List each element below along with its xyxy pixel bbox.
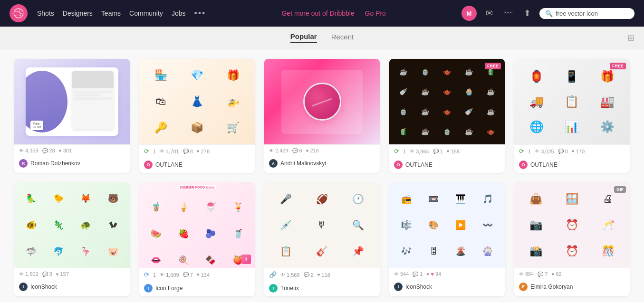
comments-3: 6 xyxy=(299,148,302,153)
search-icon: 🔍 xyxy=(545,10,553,17)
shot-thumb-4: FREE ☕🍵🫖☕🧃 🍼☕🫖🧁☕ 🍵☕🫖🍼☕ 🧃☕🍵☕🫖 xyxy=(389,59,505,144)
shot-card-2[interactable]: 🏪 💎 🎁 🛍 👗 🚁 🔑 📦 🛒 ⟳1 👁4,701 💬8 ♥278 O OU… xyxy=(139,59,255,173)
shot-stats-8: 🔗 👁1,568 💬2 ♥118 xyxy=(264,268,380,281)
shot-author-7[interactable]: I Icon Forge xyxy=(139,281,255,296)
nav-links: Shots Designers Teams Community Jobs ••• xyxy=(37,9,206,19)
shot-card-6[interactable]: 🦜 🐤 🦊 🐻 🐠 🦎 🐢 🐿 🦈 🐬 🦩 🐷 👁1,602 💬3 ♥157 I xyxy=(14,182,130,296)
grid-toggle-icon[interactable]: ⊞ xyxy=(627,33,634,43)
shot-card-9[interactable]: 📻 📼 🎹 🎵 🎼 🎨 ▶️ 〰️ 🎶 🎛 🌋 🎡 👁944 💬1 ♥♥94 I… xyxy=(389,182,505,296)
tabs-bar: Popular Recent ⊞ xyxy=(0,27,644,49)
shot-author-5[interactable]: O OUTLANE xyxy=(514,158,630,173)
shot-thumb-1: FreeUI Kit xyxy=(14,59,130,144)
link-icon-8: 🔗 xyxy=(269,271,277,278)
comments-9: 1 xyxy=(420,271,423,277)
likes-3: 218 xyxy=(310,148,319,153)
shot-stats-4: ⟳1 👁3,864 💬1 ♥188 xyxy=(389,144,505,158)
author-name-7: Icon Forge xyxy=(155,285,183,292)
shot-author-1[interactable]: R Roman Dolzhenkov xyxy=(14,156,130,171)
shot-author-3[interactable]: A Andrii Malinovskyi xyxy=(264,156,380,171)
shot-card-4[interactable]: FREE ☕🍵🫖☕🧃 🍼☕🫖🧁☕ 🍵☕🫖🍼☕ 🧃☕🍵☕🫖 ⟳1 👁3,864 💬… xyxy=(389,59,505,173)
views-3: 2,429 xyxy=(275,148,288,153)
nav-designers[interactable]: Designers xyxy=(63,9,93,17)
upload-icon[interactable]: ⬆ xyxy=(520,8,534,19)
shot-thumb-3 xyxy=(264,59,380,144)
shot-card-5[interactable]: FREE 🏮 📱 🎁 🚚 📋 🏭 🌐 📊 ⚙️ ⟳1 👁3,025 💬0 ♥17… xyxy=(514,59,630,173)
shot-thumb-9: 📻 📼 🎹 🎵 🎼 🎨 ▶️ 〰️ 🎶 🎛 🌋 🎡 xyxy=(389,182,505,268)
nav-community[interactable]: Community xyxy=(129,9,163,17)
views-2: 4,701 xyxy=(166,149,179,154)
shot-card-7[interactable]: SUMMER FOOD Icons 🧋 🍦 🍧 🍹 🍉 🍓 🫐 🥤 👄 🍭 🍫 … xyxy=(139,182,255,296)
shot-card-8[interactable]: 🎤 🏈 🕐 💉 🎙 🔍 📋 🎸 📌 🔗 👁1,568 💬2 ♥118 T Tri… xyxy=(264,182,380,296)
search-input[interactable] xyxy=(556,10,627,17)
reblog-count-4: 1 xyxy=(403,149,406,154)
user-avatar-btn[interactable]: M xyxy=(461,6,477,21)
author-avatar-9: I xyxy=(394,283,403,291)
shot-thumb-2: 🏪 💎 🎁 🛍 👗 🚁 🔑 📦 🛒 xyxy=(139,59,255,144)
comments-8: 2 xyxy=(311,272,314,278)
comments-10: 7 xyxy=(545,271,548,277)
dribbble-logo[interactable] xyxy=(10,4,28,22)
navbar: Shots Designers Teams Community Jobs •••… xyxy=(0,0,644,27)
promo-text: Get more out of Dribbble — Go Pro xyxy=(281,9,385,17)
reblog-icon-7: ⟳ xyxy=(144,271,149,278)
author-avatar-4: O xyxy=(394,160,403,169)
author-name-5: OUTLANE xyxy=(530,161,557,168)
nav-teams[interactable]: Teams xyxy=(101,9,121,17)
comments-5: 0 xyxy=(565,149,568,154)
author-avatar-7: I xyxy=(144,284,153,293)
shot-thumb-5: FREE 🏮 📱 🎁 🚚 📋 🏭 🌐 📊 ⚙️ xyxy=(514,59,630,144)
shot-author-2[interactable]: O OUTLANE xyxy=(139,158,255,173)
author-avatar-3: A xyxy=(269,159,278,168)
author-name-8: Trinetix xyxy=(280,285,299,292)
author-name-3: Andrii Malinovskyi xyxy=(280,160,326,167)
shot-thumb-7: SUMMER FOOD Icons 🧋 🍦 🍧 🍹 🍉 🍓 🫐 🥤 👄 🍭 🍫 … xyxy=(139,182,255,268)
shots-grid: FreeUI Kit 👁4,359 💬28 ♥301 R Roman Dolzh… xyxy=(0,49,644,302)
shot-stats-9: 👁944 💬1 ♥♥94 xyxy=(389,268,505,280)
shot-card-10[interactable]: GIF 👜 🪟 🖨 📷 ⏰ 🥂 📸 ⏰ 🎊 👁884 💬7 ♥82 E Elmi… xyxy=(514,182,630,296)
likes-10: 82 xyxy=(556,271,561,277)
shot-stats-7: ⟳1 👁1,609 💬7 ♥134 xyxy=(139,268,255,281)
reblog-count-5: 1 xyxy=(528,149,531,154)
author-name-1: Roman Dolzhenkov xyxy=(30,160,80,167)
shot-stats-2: ⟳1 👁4,701 💬8 ♥278 xyxy=(139,144,255,158)
tab-recent[interactable]: Recent xyxy=(331,33,354,43)
reblog-count-7: 1 xyxy=(153,272,156,278)
author-name-9: IconShock xyxy=(405,283,432,290)
views-6: 1,602 xyxy=(25,271,38,277)
reblog-icon-2: ⟳ xyxy=(144,148,149,155)
shot-author-10[interactable]: E Elmira Gokoryan xyxy=(514,280,630,295)
shot-stats-10: 👁884 💬7 ♥82 xyxy=(514,268,630,280)
shot-stats-1: 👁4,359 💬28 ♥301 xyxy=(14,144,130,156)
author-avatar-5: O xyxy=(519,160,528,169)
shot-author-8[interactable]: T Trinetix xyxy=(264,281,380,296)
shot-author-9[interactable]: I IconShock xyxy=(389,280,505,295)
views-8: 1,568 xyxy=(287,272,300,278)
author-avatar-6: I xyxy=(19,283,28,291)
comments-7: 7 xyxy=(190,272,193,278)
nav-more-dots[interactable]: ••• xyxy=(194,9,206,19)
comments-6: 3 xyxy=(49,271,52,277)
mail-icon[interactable]: ✉ xyxy=(482,8,496,19)
shot-author-6[interactable]: I IconShock xyxy=(14,280,130,295)
shot-card-3[interactable]: 👁2,429 💬6 ♥218 A Andrii Malinovskyi xyxy=(264,59,380,173)
nav-shots[interactable]: Shots xyxy=(37,9,54,17)
comments-4: 1 xyxy=(440,149,443,154)
nav-jobs[interactable]: Jobs xyxy=(172,9,186,17)
activity-icon[interactable]: 〰 xyxy=(501,9,515,19)
author-name-4: OUTLANE xyxy=(405,161,433,168)
reblog-icon-4: ⟳ xyxy=(394,148,399,155)
dribbble-ball-visual xyxy=(303,83,341,121)
gif-badge-10: GIF xyxy=(614,186,626,193)
svg-point-0 xyxy=(14,9,23,18)
shot-card-1[interactable]: FreeUI Kit 👁4,359 💬28 ♥301 R Roman Dolzh… xyxy=(14,59,130,173)
views-7: 1,609 xyxy=(166,272,179,278)
author-avatar-2: O xyxy=(144,160,153,169)
nav-right: M ✉ 〰 ⬆ 🔍 xyxy=(461,6,634,21)
tab-popular[interactable]: Popular xyxy=(290,32,317,43)
views-9: 944 xyxy=(400,271,409,277)
shot-thumb-6: 🦜 🐤 🦊 🐻 🐠 🦎 🐢 🐿 🦈 🐬 🦩 🐷 xyxy=(14,182,130,268)
shot-author-4[interactable]: O OUTLANE xyxy=(389,158,505,173)
likes-count-9: 94 xyxy=(435,271,441,277)
author-avatar-10: E xyxy=(519,283,528,291)
reblog-count-2: 1 xyxy=(153,149,156,154)
